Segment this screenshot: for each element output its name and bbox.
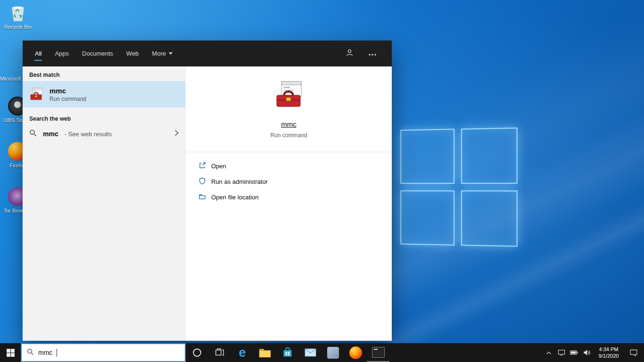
web-search-result[interactable]: mmc - See web results: [23, 125, 185, 143]
search-icon: [29, 129, 37, 139]
windows-logo-pane: [461, 190, 518, 247]
chevron-right-icon[interactable]: [174, 130, 179, 138]
open-icon: [198, 162, 206, 171]
mmc-toolbox-icon: [29, 87, 43, 101]
user-account-icon[interactable]: [345, 48, 354, 59]
desktop-icon-label: Recycle Bin: [0, 24, 35, 30]
taskbar-clock[interactable]: 4:34 PM 9/1/2020: [593, 346, 624, 360]
system-tray: 4:34 PM 9/1/2020: [542, 343, 644, 362]
web-suffix: - See web results: [65, 131, 112, 138]
result-subtitle: Run command: [50, 96, 86, 102]
volume-icon[interactable]: [580, 343, 593, 362]
admin-shield-icon: [198, 177, 206, 186]
start-button[interactable]: [0, 343, 21, 362]
preview-actions: Open Run as administrator: [186, 152, 392, 203]
windows-logo-pane: [400, 129, 454, 184]
run-as-administrator-action[interactable]: Run as administrator: [198, 176, 392, 187]
search-filter-bar: All Apps Documents Web More: [23, 41, 392, 66]
search-results-list: Best match mmc: [23, 66, 185, 341]
tab-all[interactable]: All: [28, 41, 48, 66]
search-web-header: Search the web: [23, 112, 185, 125]
search-flyout: All Apps Documents Web More: [23, 41, 392, 341]
windows-logo-pane: [461, 127, 518, 184]
command-prompt-icon[interactable]: [367, 343, 389, 362]
taskbar: mmc e: [0, 343, 644, 362]
hidden-icons-chevron[interactable]: [542, 343, 555, 362]
tab-documents[interactable]: Documents: [75, 41, 120, 66]
action-center-icon[interactable]: [624, 343, 643, 362]
result-title: mmc: [50, 87, 86, 95]
cortana-button[interactable]: [186, 343, 208, 362]
file-location-icon: [198, 193, 206, 202]
task-view-button[interactable]: [208, 343, 231, 362]
preview-subtitle: Run command: [270, 132, 307, 139]
tab-web[interactable]: Web: [120, 41, 146, 66]
display-tray-icon[interactable]: [555, 343, 568, 362]
search-icon: [27, 348, 34, 357]
chevron-down-icon: [169, 52, 173, 55]
firefox-taskbar-icon[interactable]: [344, 343, 367, 362]
windows-logo-pane: [400, 190, 454, 246]
open-action[interactable]: Open: [198, 160, 392, 172]
mmc-toolbox-icon-large: [274, 80, 304, 110]
preview-title-link[interactable]: mmc: [281, 120, 297, 128]
file-explorer-icon[interactable]: [254, 343, 276, 362]
recycle-bin-icon: [8, 3, 28, 23]
desktop-icon-recycle-bin[interactable]: Recycle Bin: [0, 3, 35, 30]
ellipsis-menu-icon[interactable]: [368, 49, 377, 58]
taskbar-search-input[interactable]: mmc: [21, 343, 186, 362]
web-query: mmc: [43, 130, 58, 138]
clock-date: 9/1/2020: [594, 353, 623, 359]
best-match-result[interactable]: mmc Run command: [23, 81, 185, 107]
search-input-value: mmc: [38, 349, 52, 356]
tab-apps[interactable]: Apps: [48, 41, 75, 66]
result-preview-pane: mmc Run command Open: [185, 66, 392, 341]
edge-taskbar-icon[interactable]: e: [231, 343, 254, 362]
store-icon[interactable]: [276, 343, 299, 362]
best-match-header: Best match: [23, 68, 185, 81]
clock-time: 4:34 PM: [594, 346, 623, 353]
tab-more[interactable]: More: [145, 41, 179, 66]
windows-logo: [400, 127, 517, 247]
open-file-location-action[interactable]: Open file location: [198, 191, 392, 203]
text-caret: [57, 349, 57, 357]
pinned-app-icon[interactable]: [322, 343, 344, 362]
battery-icon[interactable]: [568, 343, 580, 362]
mail-icon[interactable]: [299, 343, 322, 362]
